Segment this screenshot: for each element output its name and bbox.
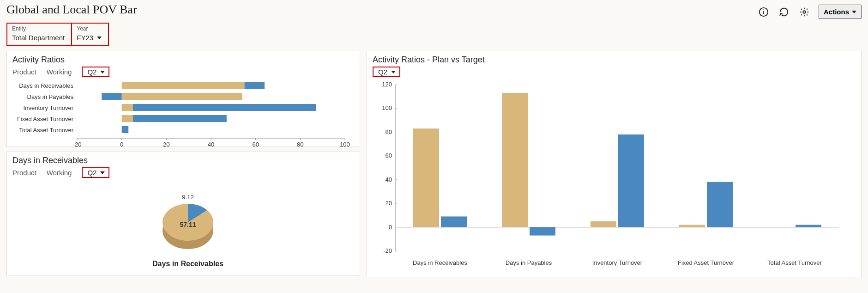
period-selector[interactable]: Q2	[373, 67, 400, 77]
svg-rect-57	[441, 216, 467, 227]
chevron-down-icon	[852, 11, 856, 13]
svg-text:20: 20	[386, 200, 392, 207]
svg-text:Days in Payables: Days in Payables	[27, 93, 74, 100]
svg-text:Days in Receivables: Days in Receivables	[152, 260, 223, 268]
svg-rect-27	[133, 104, 316, 111]
panel-plan-vs-target: Activity Ratios - Plan vs Target Q2 -200…	[367, 51, 862, 277]
svg-text:100: 100	[382, 104, 392, 111]
chevron-down-icon	[100, 71, 105, 73]
svg-rect-23	[122, 93, 242, 100]
svg-text:60: 60	[252, 141, 259, 148]
page-title: Global and Local POV Bar	[6, 3, 137, 17]
svg-rect-68	[796, 225, 821, 227]
period-value: Q2	[87, 68, 96, 76]
actions-button[interactable]: Actions	[819, 5, 862, 19]
period-value: Q2	[378, 68, 387, 76]
pov-year-label: Year	[77, 25, 102, 32]
panel-title: Activity Ratios - Plan vs Target	[373, 55, 856, 65]
panel-activity-ratios: Activity Ratios Product Working Q2 -2002…	[6, 51, 360, 147]
svg-text:Days in Receivables: Days in Receivables	[413, 259, 467, 266]
pov-year-value: FY23	[77, 34, 93, 42]
local-pov-working[interactable]: Working	[47, 68, 72, 76]
svg-text:Inventory Turnover: Inventory Turnover	[592, 259, 643, 266]
gear-icon[interactable]	[798, 6, 810, 18]
info-icon[interactable]	[758, 6, 770, 18]
panel-title: Activity Ratios	[12, 55, 354, 65]
pov-entity[interactable]: Entity Total Department	[7, 24, 72, 45]
svg-rect-30	[133, 115, 227, 122]
period-selector[interactable]: Q2	[82, 67, 109, 77]
svg-text:Fixed Asset Turnover: Fixed Asset Turnover	[678, 259, 735, 266]
svg-text:100: 100	[340, 141, 350, 148]
svg-rect-26	[122, 104, 133, 111]
svg-text:-20: -20	[383, 247, 392, 254]
svg-text:0: 0	[389, 224, 392, 231]
svg-text:9.12: 9.12	[182, 194, 193, 201]
activity-ratios-chart: -20020406080100Days in ReceivablesDays i…	[12, 80, 354, 149]
pov-entity-value: Total Department	[12, 32, 65, 42]
svg-text:40: 40	[386, 176, 392, 183]
svg-text:-20: -20	[73, 141, 82, 148]
actions-label: Actions	[824, 8, 849, 16]
days-receivables-chart: 9.1257.11Days in Receivables	[12, 181, 354, 273]
svg-text:0: 0	[120, 141, 123, 148]
local-pov-bar: Product Working Q2	[12, 167, 354, 178]
period-value: Q2	[87, 169, 96, 177]
svg-text:57.11: 57.11	[180, 221, 196, 228]
svg-rect-62	[591, 221, 616, 227]
svg-text:Total Asset Turnover: Total Asset Turnover	[19, 127, 73, 134]
svg-rect-65	[679, 225, 705, 227]
svg-rect-24	[102, 93, 122, 100]
svg-text:Inventory Turnover: Inventory Turnover	[24, 104, 74, 111]
svg-text:120: 120	[382, 81, 392, 88]
svg-text:Days in Payables: Days in Payables	[506, 259, 552, 266]
svg-point-3	[803, 11, 806, 13]
svg-text:Total Asset Turnover: Total Asset Turnover	[767, 259, 822, 266]
svg-rect-20	[122, 82, 245, 89]
plan-vs-target-chart: -20020406080100120Days in ReceivablesDay…	[373, 80, 853, 274]
svg-rect-29	[122, 115, 133, 122]
svg-text:60: 60	[386, 152, 392, 159]
local-pov-bar: Product Working Q2	[12, 67, 354, 77]
chevron-down-icon	[97, 37, 102, 39]
svg-rect-59	[502, 93, 528, 227]
svg-text:80: 80	[297, 141, 303, 148]
local-pov-product[interactable]: Product	[12, 68, 36, 76]
pov-entity-label: Entity	[12, 25, 65, 32]
svg-text:Days in Receivables: Days in Receivables	[19, 82, 73, 89]
pov-year[interactable]: Year FY23	[72, 24, 108, 45]
svg-rect-60	[530, 227, 555, 236]
local-pov-working[interactable]: Working	[47, 169, 72, 177]
local-pov-product[interactable]: Product	[12, 169, 36, 177]
svg-text:40: 40	[208, 141, 214, 148]
refresh-icon[interactable]	[778, 6, 790, 18]
header-icons: Actions	[758, 3, 862, 19]
panel-title: Days in Receivables	[12, 156, 354, 165]
svg-text:Fixed Asset Turnover: Fixed Asset Turnover	[17, 116, 74, 122]
svg-rect-32	[122, 126, 129, 133]
svg-text:80: 80	[386, 128, 392, 135]
svg-rect-21	[245, 82, 265, 89]
svg-rect-66	[707, 182, 733, 227]
period-selector[interactable]: Q2	[82, 167, 109, 178]
chevron-down-icon	[100, 171, 105, 174]
svg-rect-56	[413, 128, 439, 227]
chevron-down-icon	[391, 71, 396, 73]
svg-point-2	[763, 9, 764, 10]
panel-days-receivables: Days in Receivables Product Working Q2 9…	[6, 152, 360, 275]
svg-text:20: 20	[163, 141, 169, 148]
global-pov-bar: Entity Total Department Year FY23	[6, 23, 109, 46]
local-pov-bar: Q2	[373, 67, 856, 77]
svg-rect-63	[618, 134, 644, 227]
